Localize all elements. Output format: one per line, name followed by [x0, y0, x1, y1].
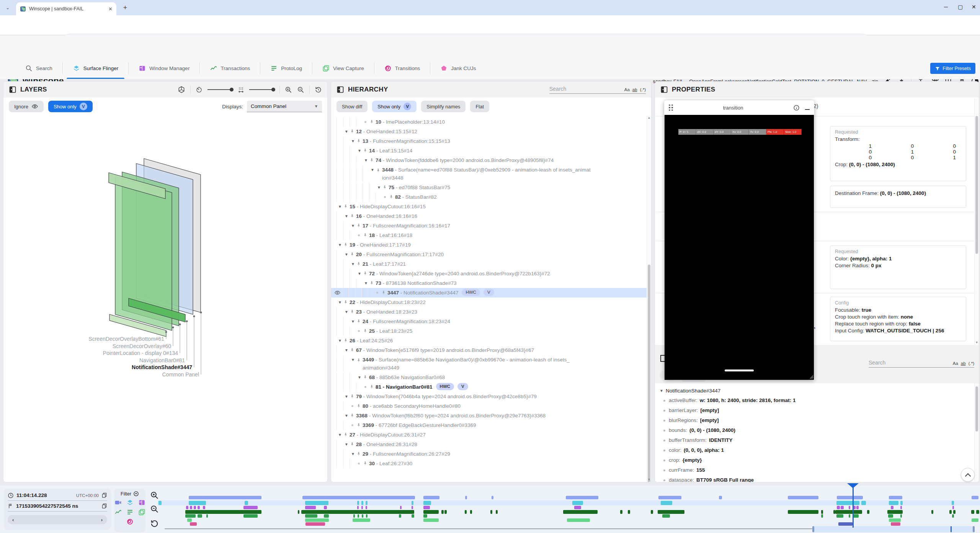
tree-node-20[interactable]: ▼20 - FullscreenMagnification:17:17#20	[331, 250, 647, 259]
pin-icon[interactable]	[356, 221, 363, 228]
hierarchy-search-input[interactable]: Search Aa ab (.*)	[549, 86, 646, 94]
event-bar-surface-flinger[interactable]	[189, 501, 206, 505]
transition-overlay-window[interactable]: transition P: 0 / 1dX: 0.0dY: 0.0Xv: 0.0…	[664, 100, 814, 380]
layer-label-0[interactable]: ScreenDecorOverlayBottom#61	[88, 336, 164, 342]
event-bar-surface-flinger[interactable]	[889, 501, 898, 505]
event-bar-screen-recording[interactable]	[889, 496, 902, 499]
event-bar-protolog[interactable]	[185, 514, 196, 518]
filter-wm-icon[interactable]	[138, 499, 145, 506]
event-bar-window-manager[interactable]	[198, 506, 200, 509]
event-bar-surface-flinger[interactable]	[366, 501, 368, 505]
expand-arrow-icon[interactable]: ▼	[376, 183, 382, 192]
window-close-icon[interactable]: ✕	[972, 4, 976, 10]
pin-icon[interactable]	[350, 392, 356, 399]
tree-node-27[interactable]: ▼27 - HideDisplayCutout:26:31#27	[331, 430, 647, 440]
tree-node-26[interactable]: ▼26 - Leaf:24:25#26	[331, 336, 647, 345]
next-frame-icon[interactable]: ›	[101, 517, 103, 523]
property-currFrame[interactable]: currFrame:155	[655, 465, 979, 475]
event-bar-protolog[interactable]	[198, 514, 202, 518]
minimap-left-handle[interactable]	[812, 526, 814, 532]
event-bar-window-manager[interactable]	[366, 506, 367, 509]
browser-tab[interactable]: Winscope | sandbox-FAIL ✕	[16, 2, 116, 15]
event-bar-window-manager[interactable]	[243, 506, 258, 509]
event-bar-protolog[interactable]	[900, 514, 902, 518]
event-bar-protolog[interactable]	[358, 514, 359, 518]
collapse-filter-icon[interactable]	[133, 491, 139, 497]
filter-protolog-icon[interactable]	[126, 508, 134, 516]
event-bar-window-manager[interactable]	[400, 506, 402, 509]
property-bounds[interactable]: bounds:(0, 0) - (1080, 2400)	[655, 425, 979, 435]
expand-arrow-icon[interactable]: ▼	[343, 211, 350, 221]
event-bar-transactions[interactable]	[465, 510, 467, 514]
filter-screenrec-icon[interactable]	[114, 499, 122, 506]
tree-node-3448[interactable]: ▼3448 - Surface(name=ed70f88 StatusBar)/…	[331, 165, 647, 183]
rotation-dial-icon[interactable]	[196, 86, 203, 93]
pin-icon[interactable]	[350, 345, 356, 353]
expand-arrow-icon[interactable]: ▼	[660, 389, 663, 393]
pin-icon[interactable]	[369, 382, 376, 389]
tree-node-67[interactable]: ▼67 - WindowToken{e5176f9 type=2019 andr…	[331, 345, 647, 355]
timeline-cursor-line[interactable]	[853, 483, 854, 528]
event-bar-view-capture[interactable]	[305, 518, 329, 522]
event-bar-window-manager[interactable]	[190, 506, 192, 509]
pin-icon[interactable]	[369, 155, 376, 163]
event-bar-view-capture[interactable]	[353, 518, 370, 522]
layer-label-5[interactable]: Common Panel	[162, 371, 199, 378]
drag-handle-icon[interactable]	[669, 105, 673, 111]
event-bar-transactions[interactable]	[620, 510, 622, 514]
frame-step-control[interactable]: ‹ ›	[8, 515, 107, 524]
pin-icon[interactable]	[343, 336, 350, 343]
new-tab-button[interactable]: +	[121, 3, 129, 12]
event-bar-protolog[interactable]	[888, 514, 893, 518]
event-bar-transactions[interactable]	[953, 510, 956, 514]
expand-arrow-icon[interactable]: ▼	[369, 166, 376, 174]
window-maximize-icon[interactable]: ▢	[958, 4, 963, 10]
event-bar-window-manager[interactable]	[361, 506, 363, 509]
curr-search-input[interactable]: Search Aa ab (.*)	[869, 360, 974, 368]
expand-arrow-icon[interactable]: ▼	[343, 127, 350, 136]
tab-jank-cujs[interactable]: Jank CUJs	[430, 57, 486, 79]
pin-icon[interactable]	[356, 449, 363, 456]
expand-arrow-icon[interactable]: ▼	[350, 317, 356, 326]
expand-arrow-icon[interactable]: ▼	[350, 221, 356, 231]
event-bar-surface-flinger[interactable]	[572, 501, 583, 505]
collapse-panel-icon[interactable]	[660, 86, 668, 93]
event-bar-transactions[interactable]	[628, 510, 630, 514]
event-bar-transactions[interactable]	[298, 510, 299, 514]
event-bar-protolog[interactable]	[412, 514, 414, 518]
minimap-right-handle[interactable]	[973, 526, 975, 532]
event-bar-window-manager[interactable]	[849, 506, 850, 509]
layer-label-3[interactable]: NavigationBar0#81	[139, 357, 185, 363]
tree-node-17[interactable]: ▼17 - FullscreenMagnification:16:16#17	[331, 221, 647, 231]
event-bar-window-manager[interactable]	[305, 506, 316, 509]
event-bar-transitions[interactable]	[190, 522, 197, 526]
expand-arrow-icon[interactable]: ▼	[336, 240, 343, 250]
property-blurRegions[interactable]: blurRegions:[empty]	[655, 415, 979, 425]
tab-transitions[interactable]: Transitions	[374, 57, 430, 79]
expand-arrow-icon[interactable]: ▼	[343, 392, 350, 401]
tree-node-28[interactable]: ▼28 - OneHanded:26:31#28	[331, 440, 647, 449]
pin-icon[interactable]	[343, 430, 350, 437]
event-bar-surface-flinger[interactable]	[245, 501, 248, 505]
zoom-out-icon[interactable]	[297, 86, 304, 93]
properties-scrollbar[interactable]: ▼	[974, 98, 979, 345]
pin-icon[interactable]	[376, 166, 382, 173]
tab-search[interactable]: Search	[15, 57, 62, 79]
event-bar-surface-flinger[interactable]	[900, 501, 903, 505]
event-bar-view-capture[interactable]	[567, 518, 590, 522]
pin-icon[interactable]	[356, 420, 363, 428]
event-bar-window-manager[interactable]	[186, 506, 188, 509]
event-bar-window-manager[interactable]	[324, 506, 327, 509]
chip-show-diff[interactable]: Show diff	[336, 101, 368, 112]
expand-arrow-icon[interactable]: ▼	[356, 146, 363, 155]
event-bar-transactions[interactable]	[835, 510, 862, 514]
expand-arrow-icon[interactable]: ▼	[343, 250, 350, 259]
tree-node-23[interactable]: ▼23 - OneHanded:18:23#23	[331, 307, 647, 317]
expand-arrow-icon[interactable]: ▼	[350, 356, 356, 364]
expand-arrow-icon[interactable]: ▼	[336, 336, 343, 345]
pin-icon[interactable]	[363, 326, 369, 334]
tab-window-manager[interactable]: Window Manager	[129, 57, 199, 79]
event-bar-transactions[interactable]	[490, 510, 492, 514]
event-bar-transactions[interactable]	[867, 510, 869, 514]
event-bar-window-manager[interactable]	[900, 506, 902, 509]
